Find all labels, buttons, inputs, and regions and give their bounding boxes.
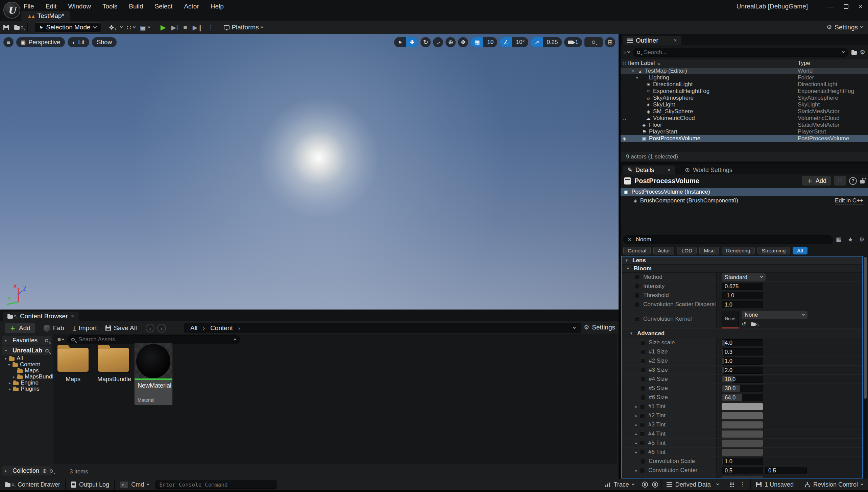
display-options-icon[interactable]: ▦: [836, 236, 842, 243]
close-button[interactable]: ×: [859, 3, 863, 10]
menu-item[interactable]: Tools: [102, 3, 117, 10]
grid-snap-toggle[interactable]: ▦: [471, 37, 483, 47]
color-swatch[interactable]: [722, 412, 763, 419]
numeric-slider-input[interactable]: 0.3: [722, 348, 763, 355]
derived-data-dropdown[interactable]: Derived Data: [661, 479, 724, 490]
favorites-star-icon[interactable]: ★: [848, 236, 853, 243]
close-icon[interactable]: ×: [71, 313, 74, 320]
override-checkbox[interactable]: [635, 302, 640, 307]
visibility-eye-icon[interactable]: ◡: [621, 116, 628, 121]
override-checkbox[interactable]: [635, 275, 640, 280]
breadcrumb-current[interactable]: Content: [210, 324, 233, 332]
select-tool-button[interactable]: ➤: [394, 37, 406, 47]
stop-button[interactable]: ■: [183, 24, 187, 31]
lit-dropdown[interactable]: ◐Lit: [68, 37, 89, 47]
viewport-search-button[interactable]: [584, 37, 603, 47]
eject-button[interactable]: ▶❙: [193, 24, 203, 31]
folder-tree-item[interactable]: ▸ Plugins: [2, 386, 51, 392]
color-swatch[interactable]: [722, 440, 763, 447]
lock-icon[interactable]: [860, 180, 865, 183]
filter-icon[interactable]: ≡: [57, 336, 64, 343]
unsaved-button[interactable]: 1 Unsaved: [751, 479, 799, 490]
rotation-snap-value[interactable]: 10°: [512, 37, 528, 47]
scale-snap-toggle[interactable]: ↗: [531, 37, 543, 47]
vector-y-input[interactable]: 0.5: [765, 467, 807, 474]
output-log-button[interactable]: Output Log: [66, 479, 114, 490]
asset-grid[interactable]: ≡ Maps MapsBundle NewMaterial Material: [53, 334, 617, 464]
numeric-input[interactable]: 1.0: [722, 301, 763, 308]
details-search-box[interactable]: ✕: [623, 235, 833, 244]
outliner-row[interactable]: SM_SkySphere StaticMeshActor: [621, 108, 868, 115]
color-swatch[interactable]: [722, 449, 763, 456]
outliner-filter-icon[interactable]: ≡: [623, 49, 630, 56]
asset-folder-mapsbundle[interactable]: MapsBundle: [97, 343, 130, 383]
outliner-search-box[interactable]: [633, 48, 848, 57]
details-tab[interactable]: ✎ Details ×: [623, 166, 675, 174]
add-collection-icon[interactable]: ⊕: [42, 468, 47, 474]
details-settings-icon[interactable]: ⚙: [859, 236, 865, 243]
numeric-slider-input[interactable]: 1.0: [722, 358, 763, 365]
visibility-eye-icon[interactable]: ◉: [621, 136, 628, 141]
override-checkbox[interactable]: [640, 450, 645, 455]
filter-tab[interactable]: Streaming: [757, 247, 790, 254]
breadcrumb-root[interactable]: All: [190, 324, 197, 332]
outliner-row[interactable]: ExponentialHeightFog ExponentialHeightFo…: [621, 88, 868, 95]
asset-material-card[interactable]: NewMaterial Material: [135, 343, 172, 405]
vector-x-input[interactable]: 0.5: [722, 467, 763, 474]
override-checkbox[interactable]: [640, 349, 645, 354]
asset-search-input[interactable]: [78, 336, 231, 343]
override-checkbox[interactable]: [635, 284, 640, 289]
save-all-button[interactable]: Save All: [105, 324, 137, 332]
cinematics-button[interactable]: ▤: [140, 24, 150, 31]
outliner-row[interactable]: ◉ PostProcessVolume PostProcessVolume: [621, 135, 868, 142]
content-browser-button[interactable]: [14, 25, 24, 30]
menu-item[interactable]: Window: [68, 3, 91, 10]
details-scrollbar[interactable]: [864, 256, 867, 478]
numeric-slider-input[interactable]: 64.0: [722, 394, 763, 401]
filter-tab[interactable]: Rendering: [722, 247, 755, 254]
edit-in-cpp-link[interactable]: Edit in C++: [835, 197, 863, 204]
world-local-toggle[interactable]: ⊕: [445, 37, 456, 47]
expander-icon[interactable]: ▸: [635, 404, 640, 409]
component-row-instance[interactable]: ▣ PostProcessVolume (Instance): [621, 188, 868, 196]
override-checkbox[interactable]: [640, 368, 645, 373]
expander-icon[interactable]: ▸: [635, 423, 640, 427]
expander-icon[interactable]: ▸: [635, 441, 640, 445]
expander-icon[interactable]: ▾: [632, 69, 637, 73]
outliner-column-header[interactable]: ◎ Item Label▲ Type: [621, 59, 868, 67]
expander-icon[interactable]: ▾: [636, 76, 641, 80]
outliner-row[interactable]: SkyAtmosphere SkyAtmosphere: [621, 95, 868, 101]
browse-to-asset-icon[interactable]: [751, 321, 758, 326]
play-options-button[interactable]: ⋮: [208, 24, 214, 31]
override-checkbox[interactable]: [640, 359, 645, 364]
level-tab[interactable]: ▲▲ TestMap*: [21, 11, 70, 21]
content-browser-tab[interactable]: Content Browser ×: [3, 312, 79, 321]
folder-tree-item[interactable]: ▾ Content: [2, 362, 51, 368]
cb-add-button[interactable]: ＋Add: [5, 323, 35, 333]
insights-gauge-icon[interactable]: [642, 482, 648, 488]
override-checkbox[interactable]: [640, 468, 645, 473]
outliner-row[interactable]: PlayerStart PlayerStart: [621, 128, 868, 135]
back-button[interactable]: ‹: [146, 324, 154, 333]
maximize-viewport-button[interactable]: ⊞: [605, 37, 615, 47]
numeric-slider-input[interactable]: 2.0: [722, 367, 763, 374]
viewport-options-button[interactable]: ≡: [3, 37, 14, 47]
method-dropdown[interactable]: Standard: [722, 273, 766, 281]
menu-item[interactable]: Edit: [46, 3, 57, 10]
outliner-row[interactable]: SkyLight SkyLight: [621, 101, 868, 108]
kernel-asset-dropdown[interactable]: None: [742, 311, 807, 319]
memory-grid-icon[interactable]: [729, 482, 734, 487]
override-checkbox[interactable]: [640, 441, 645, 446]
outliner-row[interactable]: ▾ Lighting Folder: [621, 74, 868, 81]
color-swatch[interactable]: [722, 421, 763, 428]
menu-item[interactable]: File: [24, 3, 34, 10]
numeric-input[interactable]: 1.0: [722, 458, 763, 465]
override-checkbox[interactable]: [640, 340, 645, 345]
outliner-row[interactable]: Floor StaticMeshActor: [621, 122, 868, 128]
cmd-dropdown[interactable]: >_ Cmd: [115, 479, 154, 490]
world-settings-tab[interactable]: ⊕ World Settings: [681, 166, 737, 174]
outliner-row[interactable]: DirectionalLight DirectionalLight: [621, 81, 868, 88]
fab-button[interactable]: Fab: [44, 324, 64, 332]
expander-icon[interactable]: ▸: [13, 375, 17, 379]
revision-control-dropdown[interactable]: Revision Control: [799, 479, 868, 490]
